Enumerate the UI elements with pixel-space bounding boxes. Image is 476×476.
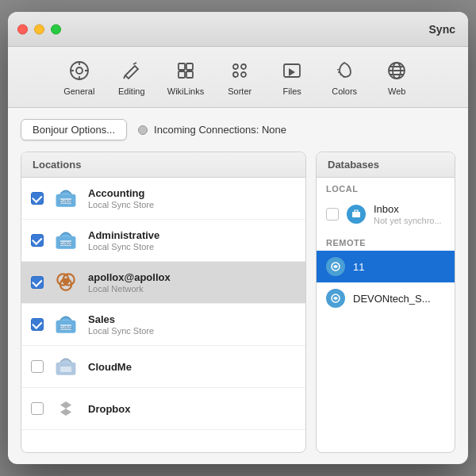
administrative-checkbox[interactable] bbox=[31, 234, 44, 247]
status-indicator: Incoming Connections: None bbox=[138, 124, 286, 136]
topbar: Bonjour Options... Incoming Connections:… bbox=[21, 119, 455, 140]
wikilinks-label: WikiLinks bbox=[167, 86, 204, 96]
dropbox-name: Dropbox bbox=[88, 403, 130, 415]
cloudme-icon bbox=[52, 352, 80, 381]
location-item-administrative[interactable]: CLOUD Administrative Local Sync Store bbox=[21, 220, 305, 262]
traffic-lights bbox=[17, 24, 61, 34]
remote-section-label: REMOTE bbox=[317, 232, 455, 251]
dropbox-checkbox[interactable] bbox=[31, 402, 44, 415]
svg-point-14 bbox=[233, 72, 238, 77]
toolbar-item-web[interactable]: Web bbox=[372, 53, 421, 101]
window-title: Sync bbox=[429, 23, 455, 36]
administrative-icon: CLOUD bbox=[52, 226, 80, 255]
maximize-button[interactable] bbox=[51, 24, 61, 34]
devontech-icon bbox=[326, 289, 345, 308]
local-section-label: LOCAL bbox=[317, 178, 455, 197]
sorter-icon bbox=[227, 58, 252, 83]
svg-rect-8 bbox=[178, 63, 185, 70]
administrative-sub: Local Sync Store bbox=[88, 242, 159, 251]
item-11-name: 11 bbox=[353, 261, 364, 273]
svg-text:CLOUD: CLOUD bbox=[60, 200, 72, 204]
colors-icon bbox=[332, 58, 357, 83]
toolbar-item-general[interactable]: General bbox=[55, 53, 104, 101]
location-item-sales[interactable]: CLOUD Sales Local Sync Store bbox=[21, 304, 305, 346]
db-item-11[interactable]: 11 bbox=[317, 251, 455, 282]
svg-rect-11 bbox=[186, 71, 193, 78]
apollox-checkbox[interactable] bbox=[31, 276, 44, 289]
editing-icon bbox=[119, 58, 144, 83]
location-list: CLOUD Accounting Local Sync Store bbox=[21, 178, 305, 452]
inbox-icon bbox=[347, 205, 366, 224]
accounting-info: Accounting Local Sync Store bbox=[88, 187, 154, 209]
sales-name: Sales bbox=[88, 313, 154, 325]
locations-header: Locations bbox=[21, 152, 305, 178]
svg-point-12 bbox=[233, 64, 238, 69]
location-item-accounting[interactable]: CLOUD Accounting Local Sync Store bbox=[21, 178, 305, 220]
accounting-checkbox[interactable] bbox=[31, 192, 44, 205]
administrative-info: Administrative Local Sync Store bbox=[88, 229, 159, 251]
close-button[interactable] bbox=[17, 24, 28, 34]
svg-line-6 bbox=[124, 75, 125, 79]
general-label: General bbox=[63, 86, 94, 96]
status-text: Incoming Connections: None bbox=[154, 124, 286, 136]
toolbar-item-colors[interactable]: Colors bbox=[320, 53, 369, 101]
toolbar: General Editing WikiLinks bbox=[8, 47, 468, 108]
databases-panel: Databases LOCAL Inbox Not yet synchro... bbox=[316, 152, 455, 453]
svg-point-1 bbox=[76, 67, 83, 74]
svg-point-15 bbox=[241, 72, 246, 77]
db-item-devontech[interactable]: DEVONtech_S... bbox=[317, 282, 455, 314]
main-window: Sync General bbox=[8, 12, 468, 464]
status-dot bbox=[138, 125, 148, 135]
wikilinks-icon bbox=[173, 58, 198, 83]
dropbox-icon bbox=[52, 394, 80, 423]
colors-label: Colors bbox=[332, 86, 357, 96]
sales-icon: CLOUD bbox=[52, 310, 80, 339]
svg-marker-17 bbox=[289, 68, 295, 76]
accounting-icon: CLOUD bbox=[52, 184, 80, 213]
locations-panel: Locations CLOUD bbox=[21, 152, 306, 453]
titlebar: Sync bbox=[8, 12, 468, 47]
svg-text:CLOUD: CLOUD bbox=[60, 242, 72, 246]
accounting-sub: Local Sync Store bbox=[88, 200, 154, 209]
web-icon bbox=[384, 58, 409, 83]
inbox-sub: Not yet synchro... bbox=[374, 216, 442, 225]
apollox-name: apollox@apollox bbox=[88, 271, 171, 283]
toolbar-item-wikilinks[interactable]: WikiLinks bbox=[159, 53, 212, 101]
web-label: Web bbox=[388, 86, 405, 96]
files-label: Files bbox=[283, 86, 301, 96]
sales-info: Sales Local Sync Store bbox=[88, 313, 154, 336]
accounting-name: Accounting bbox=[88, 187, 154, 199]
db-item-inbox[interactable]: Inbox Not yet synchro... bbox=[317, 197, 455, 232]
svg-text:CLOUD: CLOUD bbox=[60, 326, 72, 330]
location-item-dropbox[interactable]: Dropbox bbox=[21, 388, 305, 430]
sales-checkbox[interactable] bbox=[31, 318, 44, 331]
apollox-sub: Local Network bbox=[88, 284, 171, 294]
location-item-apollox[interactable]: apollox@apollox Local Network bbox=[21, 262, 305, 304]
cloudme-info: CloudMe bbox=[88, 361, 132, 373]
inbox-name: Inbox bbox=[374, 203, 442, 215]
devontech-name: DEVONtech_S... bbox=[353, 293, 431, 305]
svg-line-7 bbox=[133, 63, 136, 64]
svg-rect-37 bbox=[60, 367, 71, 372]
editing-label: Editing bbox=[118, 86, 145, 96]
bonjour-button[interactable]: Bonjour Options... bbox=[21, 119, 127, 140]
svg-point-32 bbox=[63, 279, 67, 283]
toolbar-item-sorter[interactable]: Sorter bbox=[215, 53, 264, 101]
toolbar-item-files[interactable]: Files bbox=[267, 53, 317, 101]
svg-rect-9 bbox=[186, 63, 193, 70]
svg-marker-38 bbox=[60, 401, 71, 416]
apollox-icon bbox=[52, 268, 80, 297]
general-icon bbox=[67, 58, 92, 83]
databases-header: Databases bbox=[317, 152, 455, 178]
item-11-icon bbox=[326, 257, 345, 276]
dropbox-info: Dropbox bbox=[88, 403, 130, 415]
svg-rect-39 bbox=[352, 212, 360, 217]
cloudme-checkbox[interactable] bbox=[31, 360, 44, 373]
administrative-name: Administrative bbox=[88, 229, 159, 241]
minimize-button[interactable] bbox=[34, 24, 44, 34]
svg-rect-10 bbox=[178, 71, 185, 78]
inbox-checkbox[interactable] bbox=[326, 208, 339, 221]
panels: Locations CLOUD bbox=[21, 152, 455, 453]
location-item-cloudme[interactable]: CloudMe bbox=[21, 346, 305, 388]
toolbar-item-editing[interactable]: Editing bbox=[107, 53, 156, 101]
